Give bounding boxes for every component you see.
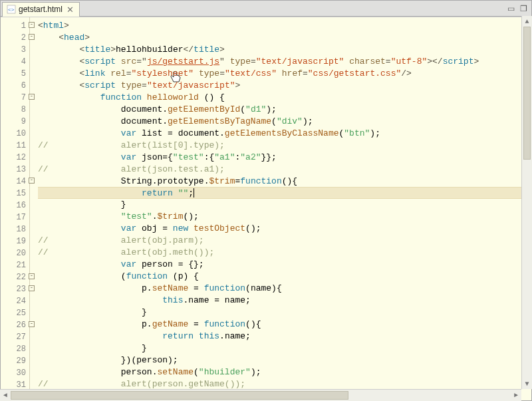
code-token: rel (110, 68, 126, 78)
editor[interactable]: 1-2-34567-891011121314-1516171819202122-… (1, 17, 531, 400)
code-token: // alert(person.getName()); (38, 379, 245, 389)
code-line[interactable]: <head> (38, 32, 531, 44)
code-area[interactable]: <html> <head> <title>hellohbuilder</titl… (30, 17, 531, 400)
vertical-scrollbar[interactable]: ▲ ▼ (521, 16, 532, 389)
line-number: 12 (1, 152, 28, 164)
code-token: document. (38, 104, 168, 114)
code-token: = (142, 80, 147, 90)
line-number: 5 (1, 68, 28, 80)
code-token: ); (266, 104, 277, 114)
code-token: ); (303, 116, 313, 126)
line-number: 8 (1, 104, 28, 116)
minimize-view-icon[interactable]: ▭ (507, 4, 515, 13)
code-line[interactable]: <html> (38, 20, 531, 32)
code-token: (){ (282, 176, 297, 186)
code-token: // alert(json.test.a1); (38, 164, 225, 174)
code-line[interactable]: // alert(obj.meth()); (38, 247, 531, 259)
text-caret (194, 188, 194, 198)
code-line[interactable]: String.prototype.$trim=function(){ (38, 176, 531, 188)
editor-tab[interactable]: <> getstart.html ✕ (2, 2, 80, 17)
scroll-thumb[interactable] (523, 27, 531, 160)
maximize-view-icon[interactable]: ❐ (520, 4, 527, 13)
code-line[interactable]: } (38, 199, 531, 211)
code-line[interactable]: } (38, 342, 531, 354)
code-token: /> (401, 68, 412, 78)
code-token: = (219, 68, 225, 78)
code-line[interactable]: "test".$trim(); (38, 211, 531, 223)
code-token: person. (38, 367, 157, 377)
code-token: "text/javascript" (256, 57, 344, 67)
code-token: title (194, 45, 219, 55)
code-line[interactable]: p.setName = function(name){ (38, 283, 531, 295)
scroll-down-arrow[interactable]: ▼ (522, 378, 532, 389)
code-line[interactable]: <script type="text/javascript"> (38, 80, 531, 92)
html-file-icon: <> (7, 5, 16, 14)
code-line[interactable]: // alert(list[0].type); (38, 140, 531, 152)
code-line[interactable]: this.name = name; (38, 295, 531, 307)
code-token: } (38, 343, 147, 353)
code-token (38, 33, 59, 43)
code-line[interactable]: function helloworld () { (38, 92, 531, 104)
code-token: "test" (121, 211, 152, 221)
code-token: getElementsByTagName (168, 116, 271, 126)
code-token: "a2" (240, 152, 261, 162)
code-line[interactable]: (function (p) { (38, 271, 531, 283)
line-number: 21 (1, 259, 28, 271)
code-token: script (443, 57, 474, 67)
scroll-right-arrow[interactable]: ► (511, 390, 521, 401)
scroll-track[interactable] (522, 27, 532, 378)
code-line[interactable]: <title>hellohbuilder</title> (38, 44, 531, 56)
code-token (277, 68, 282, 78)
line-number: 15 (1, 188, 28, 200)
code-token: type (121, 80, 142, 90)
code-token: ); (251, 367, 261, 377)
close-icon[interactable]: ✕ (66, 5, 74, 14)
code-token: helloworld (147, 92, 199, 102)
line-number: 19 (1, 235, 28, 247)
code-token: "d1" (245, 104, 266, 114)
code-token: function (126, 271, 168, 281)
code-token (38, 92, 100, 102)
code-token: setName (157, 367, 194, 377)
code-token: getElementById (168, 104, 240, 114)
code-token: getElementsByClassName (225, 128, 339, 138)
line-number: 22- (1, 271, 28, 283)
code-line[interactable]: <link rel="stylesheet" type="text/css" h… (38, 68, 531, 80)
code-token: ( (271, 116, 277, 126)
code-line[interactable]: var list = document.getElementsByClassNa… (38, 128, 531, 140)
scroll-up-arrow[interactable]: ▲ (522, 16, 532, 27)
code-line[interactable]: // alert(obj.parm); (38, 235, 531, 247)
code-line[interactable]: var obj = new testObject(); (38, 223, 531, 235)
code-line[interactable]: })(person); (38, 354, 531, 366)
code-line[interactable]: <script src="js/getstart.js" type="text/… (38, 56, 531, 68)
code-token (116, 57, 121, 67)
code-token: hellohbuilder (116, 45, 183, 55)
code-token: function (204, 283, 245, 293)
scroll-left-arrow[interactable]: ◄ (0, 390, 11, 401)
code-line[interactable]: } (38, 307, 531, 319)
code-line[interactable]: document.getElementsByTagName("div"); (38, 116, 531, 128)
code-token (116, 80, 121, 90)
line-number: 28 (1, 343, 28, 355)
code-line[interactable]: p.getName = function(){ (38, 319, 531, 331)
code-token: () { (199, 92, 225, 102)
code-token: })(person); (38, 355, 178, 365)
line-number: 30 (1, 367, 28, 379)
code-line[interactable]: return this.name; (38, 331, 531, 342)
code-token: this (162, 295, 183, 305)
code-line[interactable]: return ""; (38, 187, 531, 199)
line-number: 23- (1, 283, 28, 295)
horizontal-scrollbar[interactable]: ◄ ► (0, 389, 521, 401)
code-line[interactable]: // alert(json.test.a1); (38, 164, 531, 176)
code-line[interactable]: var json={"test":{"a1":"a2"}}; (38, 152, 531, 164)
code-token: "div" (277, 116, 303, 126)
code-line[interactable]: document.getElementById("d1"); (38, 104, 531, 116)
code-line[interactable]: person.setName("hbuilder"); (38, 366, 531, 378)
line-number: 4 (1, 56, 28, 68)
code-token: list = document. (136, 128, 225, 138)
h-scroll-thumb[interactable] (11, 391, 348, 400)
code-line[interactable]: var person = {}; (38, 259, 531, 271)
line-number: 7- (1, 92, 28, 104)
code-token (38, 331, 162, 341)
code-token: link (84, 68, 105, 78)
